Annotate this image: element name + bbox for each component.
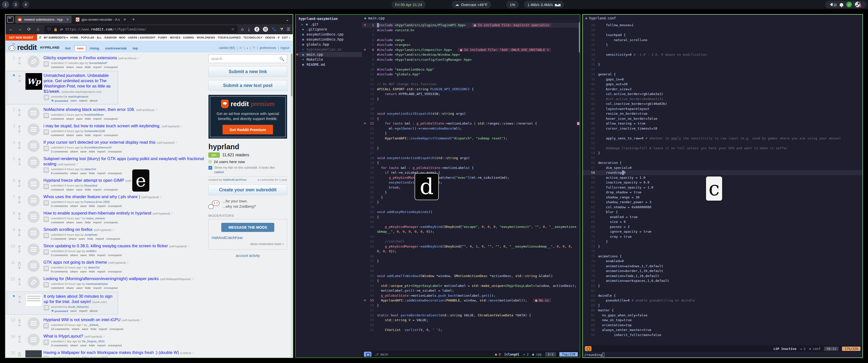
share-arrow-icon[interactable]: ⤤ <box>103 335 104 338</box>
button-crosspost[interactable]: crosspost <box>108 254 122 257</box>
upvote-arrow[interactable] <box>18 276 21 280</box>
button-save[interactable]: save <box>80 150 87 153</box>
upvote-arrow[interactable] <box>18 243 21 247</box>
button-hide[interactable]: hide <box>89 270 95 273</box>
tab-new[interactable]: new <box>74 45 86 51</box>
thumbnail[interactable] <box>24 243 43 257</box>
logout-link[interactable]: logout <box>281 46 289 50</box>
button-share[interactable]: share <box>72 327 80 330</box>
button-about[interactable]: about <box>90 309 97 313</box>
downvote-arrow[interactable] <box>18 147 21 151</box>
button-hide[interactable]: hide <box>85 66 91 69</box>
thumbnail[interactable] <box>24 107 43 120</box>
button-crosspost[interactable]: crosspost <box>108 150 122 153</box>
button-save[interactable]: save <box>70 99 77 103</box>
author-link[interactable]: KuroeNekoDemon24 <box>84 146 111 149</box>
expando-button[interactable] <box>43 339 49 345</box>
post-title[interactable]: NoMachine showing black screen, then err… <box>43 107 135 112</box>
thumbnail[interactable] <box>24 317 43 330</box>
account-activity-link[interactable]: account activity <box>209 254 287 258</box>
comments-link[interactable]: 12 comments <box>51 327 70 330</box>
post-title[interactable]: Hyprland freeze after attempt to open GI… <box>43 178 124 183</box>
share-arrow-icon[interactable]: ⤤ <box>192 277 193 280</box>
thumbnail[interactable] <box>24 210 43 224</box>
username-link[interactable]: zakklol (60) <box>219 46 235 50</box>
button-save[interactable]: save <box>80 254 87 257</box>
pocket-icon[interactable]: ⩍ <box>241 27 244 32</box>
thumbnail[interactable] <box>24 55 43 69</box>
preferences-link[interactable]: preferences <box>260 46 276 50</box>
reload-button[interactable]: ⟳ <box>26 27 32 32</box>
mail-icon[interactable]: ✉ <box>239 46 242 50</box>
button-crosspost[interactable]: crosspost <box>108 204 122 207</box>
easymotion-hint-c[interactable]: c <box>706 176 722 201</box>
list-all-tabs-icon[interactable]: ⌄ <box>283 16 291 22</box>
command-line[interactable]: /rounding <box>583 352 863 358</box>
author-link[interactable]: SorcierMaheP <box>89 62 107 65</box>
post-title[interactable]: Having a Wallpaper for each Workspace ma… <box>43 350 179 355</box>
button-hide[interactable]: hide <box>89 172 95 175</box>
thumbnail[interactable] <box>24 333 43 347</box>
button-share[interactable]: share <box>70 254 78 257</box>
browser-tab[interactable]: Ggpu-screen-recorder - A s✕ <box>73 15 129 23</box>
tracking-shield-icon[interactable]: 🛡 <box>48 27 51 31</box>
button-report[interactable]: report <box>97 150 105 153</box>
get-premium-button[interactable]: Get Reddit Premium <box>222 125 273 134</box>
button-report[interactable]: report <box>97 344 105 347</box>
button-report[interactable]: report <box>93 117 101 120</box>
tree-item-Makefile[interactable]: ♦Makefile <box>299 57 362 62</box>
post-domain[interactable]: (self.hyprland) <box>108 261 126 264</box>
expando-button[interactable] <box>43 266 49 271</box>
share-arrow-icon[interactable]: ⤤ <box>192 352 194 355</box>
thumbnail[interactable] <box>24 123 43 137</box>
thumbnail[interactable] <box>24 293 44 313</box>
author-link[interactable]: meehirprabhakar <box>86 282 108 285</box>
search-icon[interactable]: 🔍 <box>279 57 284 61</box>
bookmark-star-icon[interactable]: ☆ <box>231 27 235 32</box>
post-title[interactable]: Since updating to 0.38.0, killing swaybg… <box>43 243 168 248</box>
submit-text-button[interactable]: Submit a new text post <box>209 80 287 91</box>
get-new-reddit-button[interactable]: GET NEW REDDIT <box>5 34 37 41</box>
browser-tab[interactable]: newest submissions : hyp✕ <box>15 15 72 23</box>
thumbnail[interactable] <box>24 139 43 153</box>
button-share[interactable]: share <box>66 117 74 120</box>
tree-item-README.md[interactable]: ▤README.md <box>299 62 362 67</box>
button-hide[interactable]: hide <box>85 188 91 191</box>
button-hide[interactable]: hide <box>89 344 95 347</box>
extension-z-icon[interactable]: Z <box>254 27 259 32</box>
expando-button[interactable] <box>43 200 49 206</box>
post-domain[interactable]: (self.archlinux) <box>136 108 154 111</box>
tab-close-icon[interactable]: ✕ <box>66 18 69 22</box>
button-hide[interactable]: hide <box>85 286 91 289</box>
button-hide[interactable]: hide <box>85 221 91 224</box>
tree-item-hypreasymotion.so[interactable]: ≡hypreasymotion.so <box>299 47 362 52</box>
mid-tab-label[interactable]: main.cpp <box>368 16 384 20</box>
upvote-arrow[interactable] <box>18 73 21 77</box>
button-share[interactable]: share <box>70 344 78 347</box>
comments-link[interactable]: comment <box>51 134 64 137</box>
comments-link[interactable]: comment <box>51 221 64 224</box>
comments-link[interactable]: comment <box>51 66 64 69</box>
button-save[interactable]: save <box>82 327 88 330</box>
post-title[interactable]: i may be stupid, but how to rotate touch… <box>43 124 160 128</box>
post-title[interactable]: If your cursor isn't detected on your ex… <box>43 140 155 144</box>
extension-coins-icon[interactable]: ☷ <box>263 27 268 32</box>
comments-link[interactable]: 2 comments <box>51 150 68 153</box>
volume-icon[interactable]: ))) <box>828 3 837 6</box>
tab-rising[interactable]: rising <box>88 45 101 51</box>
thumbnail[interactable] <box>24 259 43 273</box>
expando-button[interactable] <box>43 184 49 189</box>
about-moderation-link[interactable]: about moderation team » <box>212 242 284 246</box>
thumbnail[interactable] <box>24 276 43 289</box>
button-hide[interactable]: hide <box>85 117 91 120</box>
upvote-arrow[interactable] <box>18 156 21 160</box>
author-link[interactable]: Famous-Error-2929 <box>84 200 110 203</box>
reddit-logo-text[interactable]: reddit <box>17 42 37 53</box>
post-domain[interactable]: (i.redd.it) <box>180 352 191 355</box>
post-domain[interactable]: (self.hyprland) <box>162 125 179 128</box>
home-button[interactable]: ⌂ <box>35 27 41 32</box>
tab-hot[interactable]: hot <box>63 45 73 51</box>
button-report[interactable]: report <box>96 237 104 240</box>
expando-button[interactable] <box>43 323 49 329</box>
menu-hamburger-icon[interactable]: ☰ <box>287 27 290 32</box>
